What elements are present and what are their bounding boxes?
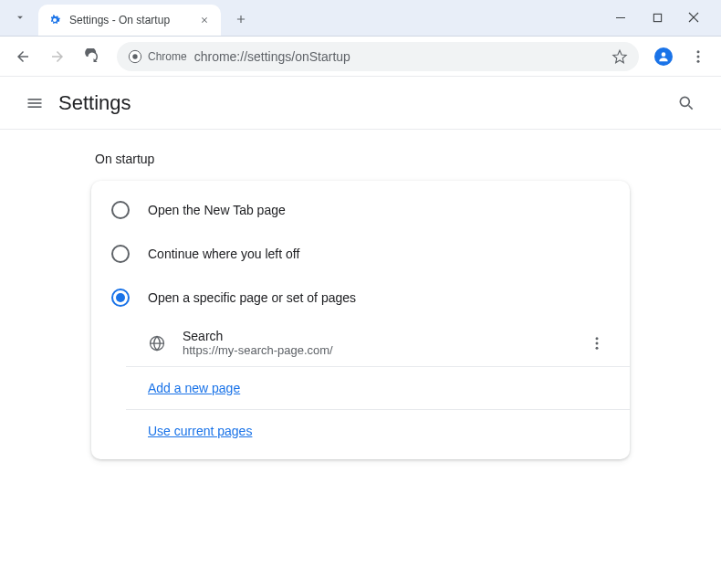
on-startup-card: Open the New Tab page Continue where you… bbox=[91, 181, 630, 459]
radio-icon bbox=[111, 245, 130, 263]
svg-rect-8 bbox=[28, 99, 42, 100]
avatar-icon bbox=[654, 47, 673, 66]
tab-title: Settings - On startup bbox=[69, 14, 197, 26]
minimize-button[interactable] bbox=[610, 6, 632, 28]
svg-point-11 bbox=[680, 97, 689, 106]
radio-label: Open the New Tab page bbox=[148, 203, 286, 217]
menu-hamburger-button[interactable] bbox=[16, 85, 53, 121]
radio-label: Open a specific page or set of pages bbox=[148, 290, 356, 305]
reload-button[interactable] bbox=[77, 41, 108, 72]
use-current-row: Use current pages bbox=[126, 410, 630, 452]
svg-point-14 bbox=[596, 341, 599, 344]
use-current-pages-link[interactable]: Use current pages bbox=[148, 424, 252, 438]
radio-icon bbox=[111, 201, 130, 219]
radio-specific-pages[interactable]: Open a specific page or set of pages bbox=[91, 276, 630, 320]
maximize-button[interactable] bbox=[646, 6, 668, 28]
svg-rect-9 bbox=[28, 102, 42, 104]
svg-rect-1 bbox=[653, 14, 661, 21]
close-window-button[interactable] bbox=[683, 6, 705, 28]
browser-titlebar: Settings - On startup bbox=[0, 0, 721, 37]
svg-point-15 bbox=[596, 346, 599, 349]
address-bar[interactable]: Chrome chrome://settings/onStartup bbox=[117, 42, 639, 71]
page-url: https://my-search-page.com/ bbox=[183, 343, 584, 357]
browser-menu-button[interactable] bbox=[683, 41, 714, 72]
browser-toolbar: Chrome chrome://settings/onStartup bbox=[0, 37, 721, 77]
window-controls bbox=[610, 6, 721, 36]
add-page-row: Add a new page bbox=[126, 367, 630, 410]
forward-button[interactable] bbox=[42, 41, 73, 72]
url-text: chrome://settings/onStartup bbox=[194, 49, 611, 64]
radio-new-tab[interactable]: Open the New Tab page bbox=[91, 188, 630, 232]
svg-rect-0 bbox=[616, 17, 625, 18]
new-tab-button[interactable] bbox=[228, 6, 254, 32]
back-button[interactable] bbox=[7, 41, 38, 72]
svg-point-6 bbox=[697, 55, 700, 58]
site-info-label: Chrome bbox=[148, 50, 187, 63]
radio-continue[interactable]: Continue where you left off bbox=[91, 232, 630, 276]
page-title: Settings bbox=[58, 91, 131, 115]
globe-icon bbox=[148, 334, 166, 352]
svg-point-3 bbox=[132, 54, 137, 58]
profile-button[interactable] bbox=[648, 41, 679, 72]
settings-content: On startup Open the New Tab page Continu… bbox=[0, 130, 721, 481]
tab-search-dropdown[interactable] bbox=[5, 3, 35, 32]
tab-close-button[interactable] bbox=[197, 13, 212, 27]
site-info-chip[interactable]: Chrome bbox=[128, 49, 187, 64]
section-title: On startup bbox=[91, 152, 630, 166]
search-settings-button[interactable] bbox=[668, 85, 705, 121]
settings-gear-icon bbox=[47, 13, 62, 27]
page-name: Search bbox=[183, 329, 584, 343]
startup-page-row: Search https://my-search-page.com/ bbox=[126, 320, 630, 367]
svg-rect-10 bbox=[28, 106, 42, 108]
page-more-button[interactable] bbox=[584, 331, 610, 356]
svg-point-4 bbox=[662, 52, 666, 57]
svg-point-5 bbox=[697, 50, 700, 53]
startup-pages-list: Search https://my-search-page.com/ Add a… bbox=[91, 320, 630, 452]
browser-tab[interactable]: Settings - On startup bbox=[38, 5, 221, 36]
svg-point-7 bbox=[697, 59, 700, 62]
radio-icon bbox=[111, 289, 130, 307]
settings-header: Settings bbox=[0, 77, 721, 130]
chrome-logo-icon bbox=[128, 49, 142, 64]
add-new-page-link[interactable]: Add a new page bbox=[148, 381, 240, 395]
bookmark-star-icon[interactable] bbox=[611, 48, 628, 65]
radio-label: Continue where you left off bbox=[148, 247, 299, 261]
svg-point-13 bbox=[596, 337, 599, 340]
